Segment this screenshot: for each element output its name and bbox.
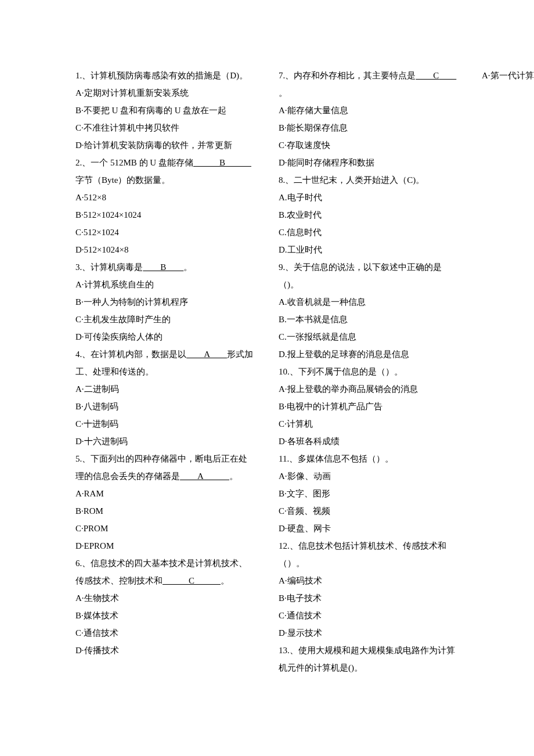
text-line: D·显示技术 — [279, 624, 459, 642]
text-line: 10.、下列不属于信息的是（）。 — [279, 363, 459, 380]
text-line: B·能长期保存信息 — [279, 119, 459, 136]
text-line: 13.、使用大规模和超大规模集成电路作为计算机元件的计算机是()。 — [279, 642, 459, 676]
text-line: 2.、一个 512MB 的 U 盘能存储 B 字节（Byte）的数据量。 — [75, 154, 255, 189]
text-line: D·硬盘、网卡 — [279, 520, 459, 537]
text-line: B·文字、图形 — [279, 485, 459, 502]
text-line: C.一张报纸就是信息 — [279, 328, 459, 345]
text-line: C·存取速度快 — [279, 136, 459, 154]
text-line: B·一种人为特制的计算机程序 — [75, 293, 255, 311]
text-line: D·给计算机安装防病毒的软件，并常更新 — [75, 136, 255, 154]
text-line: C·512×1024 — [75, 224, 255, 241]
text-line: B·电视中的计算机产品广告 — [279, 398, 459, 415]
text-line: C.信息时代 — [279, 224, 459, 241]
text-line: B·512×1024×1024 — [75, 206, 255, 224]
text-line: 8.、二十世纪末，人类开始进入（C)。 — [279, 171, 459, 189]
text-line: 4.、在计算机内部，数据是以 A 形式加工、处理和传送的。 — [75, 345, 255, 380]
text-line: A·报上登载的举办商品展销会的消息 — [279, 380, 459, 398]
text-line: B·ROM — [75, 502, 255, 520]
text-line: C·通信技术 — [75, 624, 255, 642]
text-line: C·主机发生故障时产生的 — [75, 311, 255, 328]
text-line: B.一本书就是信息 — [279, 311, 459, 328]
text-line: 3.、计算机病毒是 B 。 — [75, 258, 255, 276]
text-line: 1.、计算机预防病毒感染有效的措施是（D)。 — [75, 67, 255, 84]
text-line: D·传播技术 — [75, 642, 255, 659]
text-line: D·EPROM — [75, 537, 255, 555]
text-line: B·电子技术 — [279, 589, 459, 607]
document-page: 1.、计算机预防病毒感染有效的措施是（D)。A·定期对计算机重新安装系统B·不要… — [0, 0, 534, 746]
text-line: A·512×8 — [75, 189, 255, 206]
text-line: 7.、内存和外存相比，其主要特点是 C 。 — [279, 67, 459, 102]
text-line: 12.、信息技术包括计算机技术、传感技术和（）。 — [279, 537, 459, 572]
text-line: A·能存储大量信息 — [279, 102, 459, 119]
text-line: A·影像、动画 — [279, 467, 459, 485]
text-line: D.工业时代 — [279, 241, 459, 258]
text-line: A·计算机系统自生的 — [75, 276, 255, 293]
text-line: B·媒体技术 — [75, 607, 255, 624]
text-line: D·512×1024×8 — [75, 241, 255, 258]
text-line: 11.、多媒体信息不包括（）。 — [279, 450, 459, 467]
text-line: A.收音机就是一种信息 — [279, 293, 459, 311]
text-line: C·不准往计算机中拷贝软件 — [75, 119, 255, 136]
text-line: C·十进制码 — [75, 415, 255, 433]
text-line: B·八进制码 — [75, 398, 255, 415]
text-line: C·音频、视频 — [279, 502, 459, 520]
text-line: A·第一代计算机 — [482, 67, 534, 84]
text-line: C·计算机 — [279, 415, 459, 433]
text-line: B.农业时代 — [279, 206, 459, 224]
text-line: A.电子时代 — [279, 189, 459, 206]
text-line: D·能同时存储程序和数据 — [279, 154, 459, 171]
text-line: A·编码技术 — [279, 572, 459, 589]
text-line: A·二进制码 — [75, 380, 255, 398]
text-line: D·各班各科成绩 — [279, 433, 459, 450]
text-line: D·可传染疾病给人体的 — [75, 328, 255, 345]
text-line: 6.、信息技术的四大基本技术是计算机技术、传感技术、控制技术和 C 。 — [75, 555, 255, 589]
text-line: B·不要把 U 盘和有病毒的 U 盘放在一起 — [75, 102, 255, 119]
text-line: A·生物技术 — [75, 589, 255, 607]
text-line: A·RAM — [75, 485, 255, 502]
text-line: D.报上登载的足球赛的消息是信息 — [279, 345, 459, 363]
text-line: 5.、下面列出的四种存储器中，断电后正在处理的信息会丢失的存储器是 A 。 — [75, 450, 255, 485]
text-line: C·通信技术 — [279, 607, 459, 624]
text-line: A·定期对计算机重新安装系统 — [75, 84, 255, 102]
text-line: C·PROM — [75, 520, 255, 537]
text-line: 9.、关于信息的说法，以下叙述中正确的是（)。 — [279, 258, 459, 293]
text-line: D·十六进制码 — [75, 433, 255, 450]
